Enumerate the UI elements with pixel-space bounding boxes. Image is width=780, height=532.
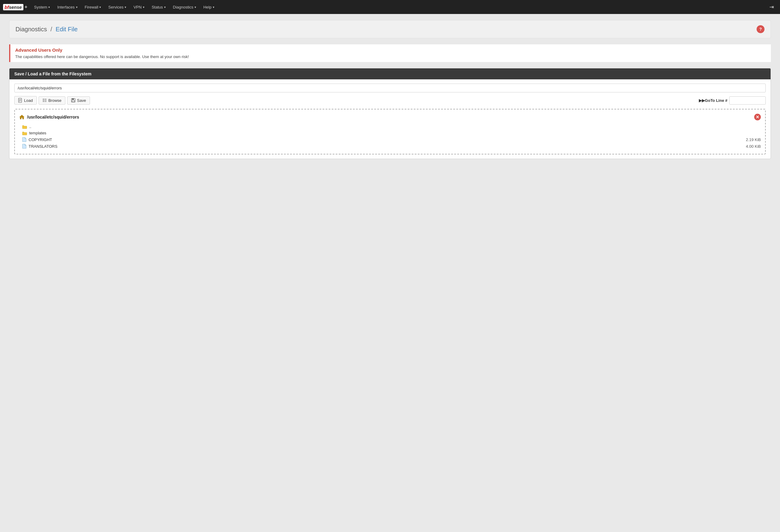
breadcrumb-current: Edit File: [56, 26, 78, 33]
breadcrumb-parent: Diagnostics: [15, 26, 47, 33]
home-icon: [19, 114, 25, 120]
panel-header: Save / Load a File from the Filesystem: [9, 68, 771, 79]
load-button[interactable]: Load: [14, 96, 37, 105]
brand-plus: +: [25, 4, 28, 10]
folder-icon: [22, 131, 27, 135]
filesystem-panel: Save / Load a File from the Filesystem L…: [9, 68, 771, 159]
nav-items: System ▾ Interfaces ▾ Firewall ▾ Service…: [31, 0, 766, 14]
goto-line-input[interactable]: [729, 96, 766, 105]
goto-row: ▶▶GoTo Line #: [699, 96, 766, 105]
svg-rect-12: [72, 100, 75, 102]
breadcrumb-separator: /: [50, 26, 52, 33]
load-file-icon: [18, 98, 22, 103]
nav-item-diagnostics[interactable]: Diagnostics ▾: [169, 0, 200, 14]
svg-rect-4: [43, 99, 44, 99]
file-list: .. templates: [19, 124, 761, 150]
nav-item-interfaces[interactable]: Interfaces ▾: [53, 0, 81, 14]
warning-text: The capabilities offered here can be dan…: [15, 54, 766, 59]
browser-path-title: /usr/local/etc/squid/errors: [19, 114, 79, 120]
nav-right: ⇥: [766, 4, 777, 10]
svg-rect-11: [72, 98, 74, 100]
chevron-down-icon: ▾: [164, 5, 166, 9]
page-content: Diagnostics / Edit File ? Advanced Users…: [0, 14, 780, 165]
chevron-down-icon: ▾: [99, 5, 101, 9]
nav-item-system[interactable]: System ▾: [31, 0, 53, 14]
chevron-down-icon: ▾: [195, 5, 196, 9]
navbar: bfsense + System ▾ Interfaces ▾ Firewall…: [0, 0, 780, 14]
folder-up-icon: [22, 125, 27, 129]
file-path-input[interactable]: [14, 84, 766, 92]
svg-rect-6: [43, 100, 44, 101]
button-row: Load Browse: [14, 96, 766, 105]
warning-box: Advanced Users Only The capabilities off…: [9, 44, 771, 62]
browse-list-icon: [43, 98, 47, 102]
panel-body: Load Browse: [9, 79, 771, 159]
breadcrumb-header: Diagnostics / Edit File ?: [9, 20, 771, 38]
brand-logo[interactable]: bfsense +: [3, 4, 28, 10]
browse-button[interactable]: Browse: [39, 96, 65, 105]
file-icon: [22, 137, 27, 142]
file-input-row: [14, 84, 766, 92]
svg-rect-8: [43, 101, 44, 102]
file-icon: [22, 144, 27, 149]
browser-path-header: /usr/local/etc/squid/errors ✕: [19, 114, 761, 120]
file-browser: /usr/local/etc/squid/errors ✕ ..: [14, 109, 766, 154]
chevron-down-icon: ▾: [76, 5, 78, 9]
list-item[interactable]: TRANSLATORS 4.00 KiB: [22, 143, 761, 150]
chevron-down-icon: ▾: [143, 5, 144, 9]
chevron-down-icon: ▾: [48, 5, 50, 9]
list-item[interactable]: ..: [22, 124, 761, 130]
nav-item-help[interactable]: Help ▾: [200, 0, 218, 14]
nav-item-vpn[interactable]: VPN ▾: [130, 0, 148, 14]
nav-item-firewall[interactable]: Firewall ▾: [81, 0, 105, 14]
svg-marker-13: [19, 115, 24, 119]
logout-icon[interactable]: ⇥: [766, 2, 777, 12]
list-item[interactable]: templates: [22, 130, 761, 136]
list-item[interactable]: COPYRIGHT 2.19 KiB: [22, 136, 761, 143]
close-browser-button[interactable]: ✕: [754, 114, 761, 120]
nav-item-services[interactable]: Services ▾: [105, 0, 130, 14]
help-icon[interactable]: ?: [757, 25, 765, 33]
nav-item-status[interactable]: Status ▾: [148, 0, 169, 14]
goto-label: ▶▶GoTo Line #: [699, 98, 727, 103]
chevron-down-icon: ▾: [125, 5, 126, 9]
save-icon: [71, 98, 76, 102]
chevron-down-icon: ▾: [213, 5, 214, 9]
save-button[interactable]: Save: [67, 96, 90, 105]
warning-title: Advanced Users Only: [15, 47, 766, 53]
breadcrumb: Diagnostics / Edit File: [15, 26, 78, 33]
pfsense-logo: bfsense: [3, 4, 23, 10]
